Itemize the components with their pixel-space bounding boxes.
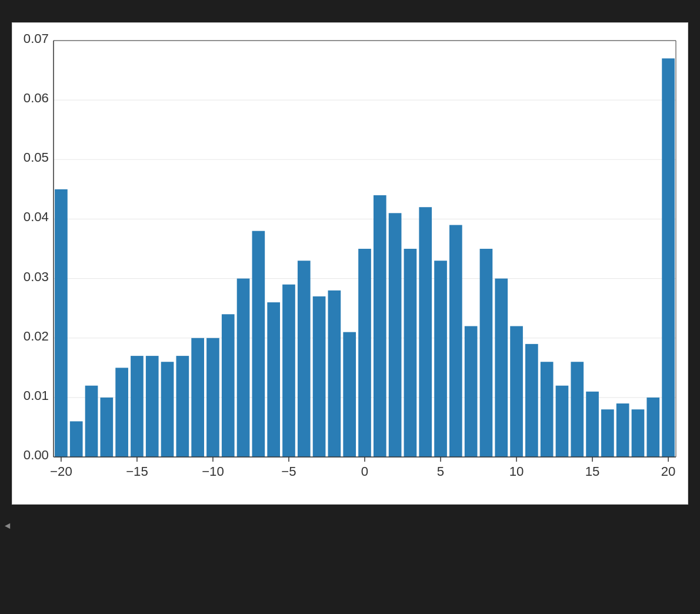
svg-rect-47 bbox=[525, 344, 538, 457]
svg-rect-26 bbox=[206, 338, 219, 457]
svg-rect-23 bbox=[161, 362, 174, 457]
svg-rect-37 bbox=[374, 195, 386, 457]
scroll-indicator: ◄ bbox=[0, 516, 700, 532]
svg-text:−15: −15 bbox=[126, 464, 148, 479]
svg-rect-42 bbox=[449, 225, 462, 458]
histogram-chart: 0.000.010.020.030.040.050.060.07−20−15−1… bbox=[54, 35, 676, 475]
svg-rect-35 bbox=[343, 332, 356, 457]
svg-rect-54 bbox=[632, 409, 645, 457]
svg-text:0.07: 0.07 bbox=[24, 31, 49, 46]
svg-rect-27 bbox=[222, 314, 235, 457]
svg-rect-25 bbox=[191, 338, 204, 457]
svg-rect-40 bbox=[419, 207, 432, 457]
svg-rect-22 bbox=[146, 356, 159, 457]
svg-rect-50 bbox=[571, 362, 584, 457]
svg-text:5: 5 bbox=[437, 464, 444, 479]
svg-rect-41 bbox=[434, 261, 447, 457]
svg-rect-45 bbox=[495, 279, 508, 457]
svg-rect-46 bbox=[510, 326, 523, 458]
svg-text:0.00: 0.00 bbox=[24, 448, 49, 462]
svg-rect-48 bbox=[541, 362, 554, 457]
svg-text:15: 15 bbox=[585, 464, 600, 479]
svg-rect-53 bbox=[616, 403, 629, 457]
svg-text:0.03: 0.03 bbox=[24, 269, 49, 284]
svg-text:−5: −5 bbox=[281, 464, 296, 479]
svg-rect-30 bbox=[267, 302, 280, 457]
svg-rect-43 bbox=[465, 326, 478, 458]
svg-rect-56 bbox=[662, 58, 675, 457]
svg-rect-44 bbox=[480, 249, 493, 457]
svg-rect-18 bbox=[85, 386, 98, 457]
svg-text:0.06: 0.06 bbox=[24, 91, 49, 105]
svg-rect-49 bbox=[556, 386, 569, 457]
chart-container: 0.000.010.020.030.040.050.060.07−20−15−1… bbox=[12, 22, 688, 505]
svg-rect-17 bbox=[70, 421, 83, 457]
svg-rect-21 bbox=[131, 356, 144, 457]
svg-text:0.01: 0.01 bbox=[24, 388, 49, 403]
svg-rect-19 bbox=[100, 398, 113, 457]
svg-text:10: 10 bbox=[509, 464, 524, 479]
svg-rect-16 bbox=[55, 189, 68, 457]
svg-text:0.04: 0.04 bbox=[24, 210, 49, 225]
svg-text:−20: −20 bbox=[50, 464, 72, 479]
svg-rect-51 bbox=[586, 392, 599, 457]
svg-text:0: 0 bbox=[361, 464, 368, 479]
svg-text:−10: −10 bbox=[202, 464, 224, 479]
svg-rect-24 bbox=[176, 356, 189, 457]
svg-rect-20 bbox=[115, 368, 128, 457]
svg-rect-36 bbox=[358, 249, 371, 457]
svg-text:0.02: 0.02 bbox=[24, 329, 49, 343]
svg-rect-55 bbox=[646, 398, 659, 457]
svg-rect-28 bbox=[237, 279, 250, 457]
svg-rect-52 bbox=[601, 409, 614, 457]
svg-rect-31 bbox=[282, 285, 295, 457]
svg-text:0.05: 0.05 bbox=[24, 150, 49, 165]
svg-rect-32 bbox=[298, 261, 311, 457]
svg-rect-33 bbox=[313, 296, 326, 457]
svg-rect-29 bbox=[252, 231, 265, 457]
svg-rect-39 bbox=[404, 249, 417, 457]
svg-rect-34 bbox=[328, 291, 341, 457]
svg-text:20: 20 bbox=[661, 464, 676, 479]
svg-rect-38 bbox=[389, 213, 402, 457]
